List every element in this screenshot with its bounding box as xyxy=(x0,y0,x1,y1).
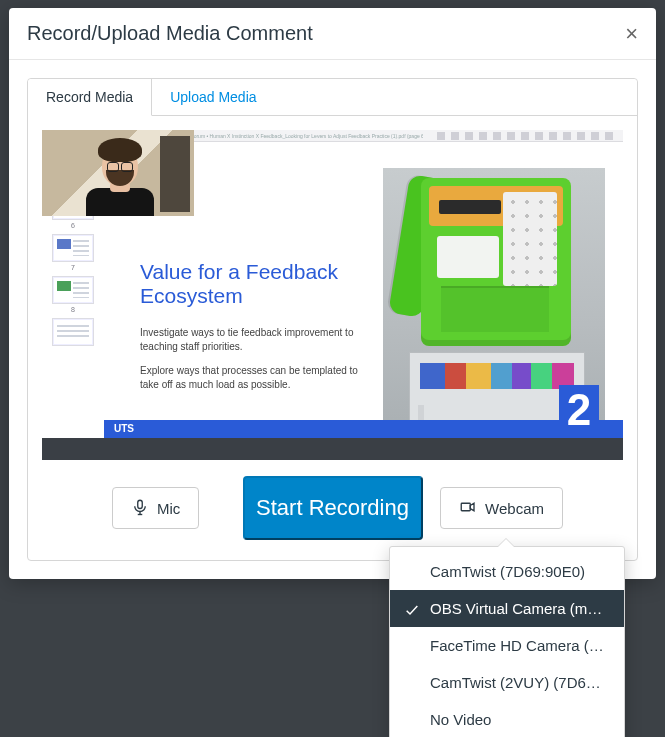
pdf-thumb xyxy=(52,234,94,262)
mic-button[interactable]: Mic xyxy=(112,487,199,529)
payphone-keypad xyxy=(503,192,557,286)
option-label: CamTwist (2VUY) (7D69:… xyxy=(430,674,613,691)
webcam-option-no-video[interactable]: No Video xyxy=(390,701,624,737)
tab-content-record: L-? Forum • Human X Instinction X Feedba… xyxy=(28,116,637,560)
preview-rendering: L-? Forum • Human X Instinction X Feedba… xyxy=(42,130,623,460)
pdf-thumb-page: 6 xyxy=(71,222,75,229)
glasses-icon xyxy=(107,162,133,170)
mic-icon xyxy=(131,498,149,519)
tab-upload-media[interactable]: Upload Media xyxy=(152,79,275,115)
modal-header: Record/Upload Media Comment × xyxy=(9,8,656,60)
slide-paragraph: Explore ways that processes can be templ… xyxy=(140,364,373,392)
close-button[interactable]: × xyxy=(625,23,638,45)
pdf-title: L-? Forum • Human X Instinction X Feedba… xyxy=(182,133,423,139)
webcam-option-camtwist[interactable]: CamTwist (7D69:90E0) xyxy=(390,553,624,590)
webcam-button[interactable]: Webcam xyxy=(440,487,563,529)
webcam-option-camtwist-2vuy[interactable]: CamTwist (2VUY) (7D69:… xyxy=(390,664,624,701)
option-label: No Video xyxy=(430,711,491,728)
presenter xyxy=(80,136,160,216)
recording-controls: Mic Start Recording Webcam CamTwist (7D xyxy=(42,476,623,546)
slide-footer: UTS xyxy=(104,420,623,438)
tab-record-media[interactable]: Record Media xyxy=(28,79,152,116)
option-label: CamTwist (7D69:90E0) xyxy=(430,563,585,580)
close-icon: × xyxy=(625,21,638,46)
tab-bar: Record Media Upload Media xyxy=(28,79,637,116)
payphone-body xyxy=(421,178,571,346)
start-recording-label: Start Recording xyxy=(256,495,409,520)
modal-title: Record/Upload Media Comment xyxy=(27,22,313,45)
webcam-dropdown: CamTwist (7D69:90E0) OBS Virtual Camera … xyxy=(389,546,625,737)
pdf-thumb-page: 8 xyxy=(71,306,75,313)
slide-number-badge: 2 xyxy=(559,385,599,435)
webcam-icon xyxy=(459,498,477,519)
modal-body: Record Media Upload Media L-? Forum • Hu… xyxy=(9,60,656,579)
webcam-pip xyxy=(42,130,194,216)
tab-label: Upload Media xyxy=(170,89,256,105)
slide-title: Value for a Feedback Ecosystem xyxy=(140,260,373,308)
option-label: FaceTime HD Camera (0… xyxy=(430,637,612,654)
svg-rect-0 xyxy=(138,500,143,508)
mic-label: Mic xyxy=(157,500,180,517)
option-label: OBS Virtual Camera (m-d… xyxy=(430,600,616,617)
footer-brand: UTS xyxy=(114,423,134,434)
tabs-container: Record Media Upload Media L-? Forum • Hu… xyxy=(27,78,638,561)
start-recording-button[interactable]: Start Recording xyxy=(243,476,423,540)
preview-bottom-bar xyxy=(42,438,623,460)
webcam-label: Webcam xyxy=(485,500,544,517)
pdf-thumb-page: 7 xyxy=(71,264,75,271)
svg-rect-3 xyxy=(461,503,470,511)
pdf-thumb xyxy=(52,318,94,346)
pdf-thumb xyxy=(52,276,94,304)
check-icon xyxy=(404,602,420,621)
slide-paragraph: Investigate ways to tie feedback improve… xyxy=(140,326,373,354)
webcam-option-facetime[interactable]: FaceTime HD Camera (0… xyxy=(390,627,624,664)
tab-label: Record Media xyxy=(46,89,133,105)
media-comment-modal: Record/Upload Media Comment × Record Med… xyxy=(9,8,656,579)
webcam-option-obs-virtual[interactable]: OBS Virtual Camera (m-d… xyxy=(390,590,624,627)
camera-preview: L-? Forum • Human X Instinction X Feedba… xyxy=(42,130,623,460)
